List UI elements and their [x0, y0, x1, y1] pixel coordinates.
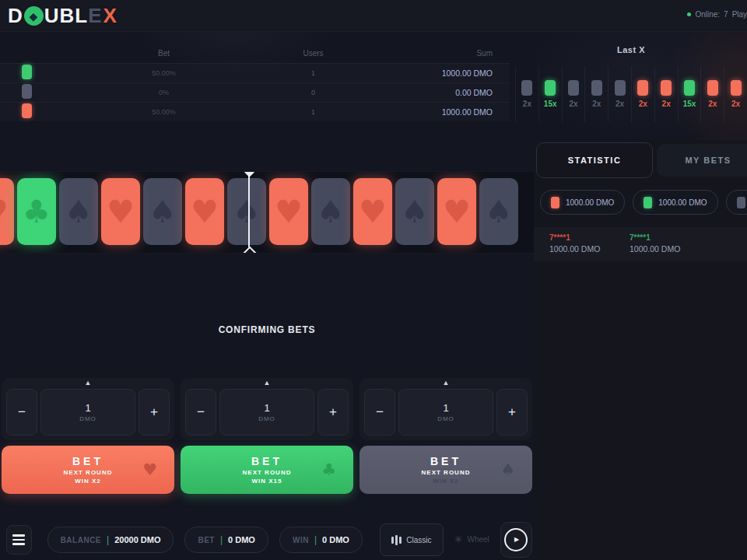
panel-tab[interactable]: STATISTIC — [536, 142, 653, 178]
chip-pill[interactable]: 0.00 DMO — [726, 190, 747, 215]
game-mode-switch: Classic ✳ Wheel — [380, 523, 500, 556]
bets-table-header: Bet Users Sum — [0, 43, 510, 63]
multiplier-label: 2x — [615, 100, 624, 108]
multiplier-label: 15x — [683, 100, 696, 108]
bet-button-label: BET — [430, 455, 461, 467]
logo-letter: X — [103, 4, 117, 28]
bet-button-suit-icon: ♠ — [500, 460, 515, 479]
mini-card-icon — [661, 80, 672, 96]
increase-button[interactable]: + — [496, 389, 528, 436]
amount-up-arrow-icon[interactable]: ▲ — [264, 380, 271, 387]
mode-icon: ✳ — [454, 534, 463, 544]
logo-letter: D — [8, 4, 23, 28]
increase-button[interactable]: + — [139, 389, 170, 436]
amount-up-arrow-icon[interactable]: ▲ — [443, 380, 450, 387]
top-bar: D◆UBLEX Online: 7 Players — [0, 0, 747, 32]
card-suit-icon: ♥ — [443, 196, 471, 227]
stat-pill: BALANCE | 20000 DMO — [47, 527, 174, 553]
pointer-diamond-top-icon — [244, 171, 254, 177]
card-suit-icon: ♥ — [191, 196, 219, 227]
online-label: Online: — [695, 10, 720, 19]
card-chip-icon — [22, 84, 32, 99]
multiplier-label: 2x — [523, 100, 531, 108]
hamburger-icon — [12, 534, 25, 537]
card-suit-icon: ♠ — [233, 196, 261, 227]
last-x-section: Last X 2x 15x 2x 2x 2x — [515, 45, 747, 122]
entry-player-name: 7****1 — [549, 233, 630, 242]
card-suit-icon: ♠ — [401, 196, 429, 227]
decrease-button[interactable]: − — [364, 389, 395, 436]
strip-card: ♥ — [101, 178, 140, 245]
stat-chips: 1000.00 DMO 1000.00 DMO 0.00 DMO — [540, 190, 747, 215]
mini-card-icon — [707, 80, 718, 96]
card-suit-icon: ♠ — [65, 196, 93, 227]
mini-card-icon — [637, 80, 648, 96]
card-strip-row: ♥ ♣ ♠ ♥ ♠ ♥ ♠ — [0, 178, 518, 245]
column-users: Users — [284, 49, 342, 58]
table-row: 0% 0 0.00 DMO — [0, 82, 510, 102]
users-count: 1 — [284, 108, 342, 116]
bet-button[interactable]: BET NEXT ROUND WIN X15 ♣ — [181, 446, 353, 494]
side-tabs: STATISTIC MY BETS — [534, 140, 747, 180]
decrease-button[interactable]: − — [185, 389, 216, 436]
chip-card-icon — [644, 197, 652, 208]
bet-button[interactable]: BET NEXT ROUND WIN X2 ♥ — [2, 446, 174, 494]
bet-amount-field[interactable]: 1 DMO — [398, 389, 493, 436]
card-suit-icon: ♥ — [107, 196, 135, 227]
increase-button[interactable]: + — [317, 389, 349, 436]
logo-letter: UBL — [44, 4, 88, 28]
bet-button-round: NEXT ROUND — [64, 469, 113, 476]
bet-button[interactable]: BET NEXT ROUND WIN X2 ♠ — [359, 446, 532, 494]
app-logo: D◆UBLEX — [8, 4, 117, 28]
chip-pill[interactable]: 1000.00 DMO — [633, 190, 717, 215]
strip-card: ♥ — [269, 178, 308, 245]
logo-letter: E — [88, 4, 102, 28]
online-dot-icon — [687, 12, 691, 16]
chip-amount: 1000.00 DMO — [658, 198, 707, 207]
mode-icon — [391, 535, 402, 545]
column-sum: Sum — [342, 49, 510, 58]
entry-player-name: 7****1 — [630, 233, 710, 242]
stat-pill: WIN | 0 DMO — [279, 527, 363, 553]
bet-amount-field[interactable]: 1 DMO — [219, 389, 314, 436]
pill-label: BET — [198, 536, 215, 544]
users-count: 0 — [284, 89, 342, 96]
multiplier-label: 2x — [708, 100, 717, 108]
bet-amount-field[interactable]: 1 DMO — [40, 389, 135, 436]
chip-pill[interactable]: 1000.00 DMO — [540, 190, 625, 215]
hamburger-icon — [12, 543, 25, 545]
pill-separator: | — [107, 534, 109, 545]
mode-option[interactable]: Classic — [380, 523, 444, 556]
menu-button[interactable] — [6, 525, 32, 555]
card-suit-icon: ♥ — [275, 196, 303, 227]
bet-button-win: WIN X2 — [433, 478, 459, 485]
card-suit-icon: ♥ — [359, 196, 387, 227]
table-row: 50.00% 1 1000.00 DMO — [0, 63, 510, 82]
bet-percent: 50.00% — [44, 108, 284, 116]
round-status-text: CONFIRMING BETS — [0, 324, 534, 335]
stat-entry: 7****1 1000.00 DMO — [549, 233, 630, 254]
replay-button[interactable] — [500, 522, 532, 558]
amount-up-arrow-icon[interactable]: ▲ — [85, 380, 92, 387]
bet-panel: ▲ − 1 DMO + BET NEXT ROUND WIN X2 ♠ — [359, 378, 532, 494]
mode-option[interactable]: ✳ Wheel — [444, 523, 500, 555]
bet-button-label: BET — [72, 455, 103, 467]
bet-sum: 1000.00 DMO — [342, 107, 510, 117]
strip-card: ♠ — [395, 178, 434, 245]
stat-pills: BALANCE | 20000 DMO BET | 0 DMO WIN | 0 … — [47, 527, 363, 553]
pill-separator: | — [314, 534, 317, 545]
panel-tab[interactable]: MY BETS — [657, 144, 747, 177]
last-x-cell: 2x — [515, 66, 538, 122]
chip-amount: 1000.00 DMO — [566, 198, 614, 207]
last-x-title: Last X — [515, 45, 747, 54]
mini-card-icon — [591, 80, 602, 96]
card-strip: ♥ ♣ ♠ ♥ ♠ ♥ ♠ — [0, 171, 534, 254]
last-x-cell: 15x — [538, 66, 562, 122]
online-count: 7 — [724, 10, 728, 19]
card-chip-icon — [22, 103, 32, 118]
strip-card: ♥ — [0, 178, 14, 245]
pill-label: BALANCE — [61, 536, 101, 544]
strip-card: ♠ — [59, 178, 98, 245]
column-bet: Bet — [44, 49, 284, 58]
decrease-button[interactable]: − — [6, 389, 37, 436]
